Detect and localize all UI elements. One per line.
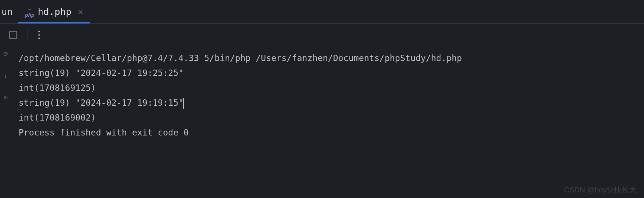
console-output[interactable]: /opt/homebrew/Cellar/php@7.4/7.4.33_5/bi… xyxy=(11,46,644,198)
more-options-icon[interactable] xyxy=(38,31,40,39)
gutter: ⟳ ↓ ⊡ xyxy=(0,46,11,198)
php-file-icon: ⌢ php xyxy=(25,6,34,17)
tab-label-partial: un xyxy=(1,6,13,17)
gutter-icon-1[interactable]: ⟳ xyxy=(2,51,9,57)
tab-active[interactable]: ⌢ php hd.php ✕ xyxy=(18,0,90,23)
close-icon[interactable]: ✕ xyxy=(78,7,83,16)
console-line: string(19) "2024-02-17 19:19:15" xyxy=(19,95,637,110)
console-line: int(1708169125) xyxy=(19,80,637,95)
text-cursor xyxy=(183,98,184,109)
console-line: string(19) "2024-02-17 19:25:25" xyxy=(19,66,637,80)
tab-filename: hd.php xyxy=(38,6,71,17)
toolbar-divider xyxy=(28,29,28,41)
watermark: CSDN @boy快快长大 xyxy=(564,185,637,195)
console-line: int(1708169002) xyxy=(19,110,637,125)
console-toolbar xyxy=(0,24,644,46)
tab-partial-left[interactable]: un xyxy=(0,0,18,23)
stop-icon[interactable] xyxy=(9,31,17,39)
console-line: /opt/homebrew/Cellar/php@7.4/7.4.33_5/bi… xyxy=(19,51,637,66)
tab-bar: un ⌢ php hd.php ✕ xyxy=(0,0,644,24)
gutter-icon-3[interactable]: ⊡ xyxy=(2,94,9,100)
content-area: ⟳ ↓ ⊡ /opt/homebrew/Cellar/php@7.4/7.4.3… xyxy=(0,46,644,198)
console-line: Process finished with exit code 0 xyxy=(19,125,637,140)
gutter-icon-2[interactable]: ↓ xyxy=(2,72,9,79)
